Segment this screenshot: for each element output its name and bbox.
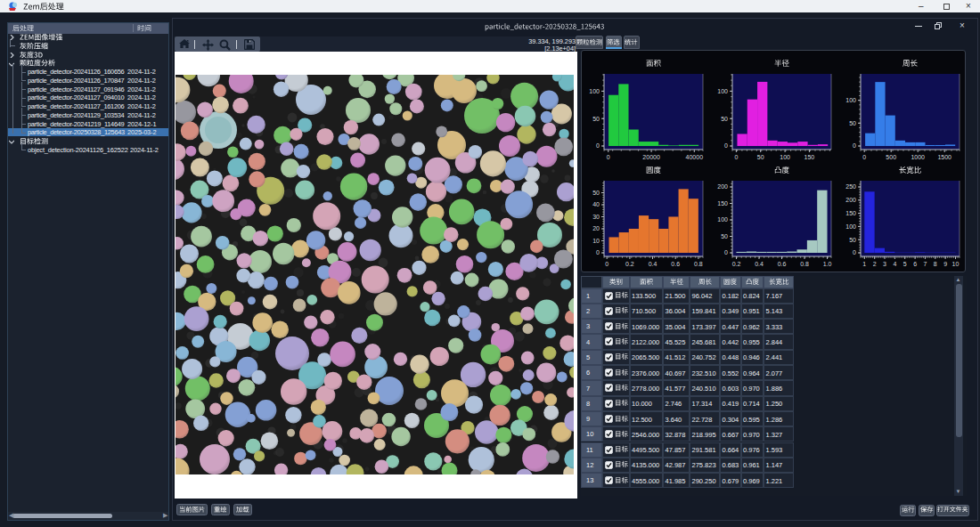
svg-text:250: 250 bbox=[845, 183, 856, 190]
svg-text:50: 50 bbox=[592, 116, 600, 122]
svg-text:30: 30 bbox=[592, 214, 600, 220]
svg-text:50: 50 bbox=[592, 190, 600, 196]
svg-text:0: 0 bbox=[724, 142, 728, 149]
svg-text:200: 200 bbox=[845, 197, 856, 203]
svg-text:50: 50 bbox=[849, 120, 856, 126]
svg-text:0.2: 0.2 bbox=[732, 261, 741, 267]
svg-text:0: 0 bbox=[605, 261, 608, 267]
svg-text:1.0: 1.0 bbox=[823, 261, 832, 267]
svg-text:100: 100 bbox=[717, 216, 728, 223]
svg-text:1500: 1500 bbox=[937, 154, 951, 160]
svg-text:8: 8 bbox=[934, 261, 937, 267]
svg-text:1: 1 bbox=[862, 261, 866, 267]
svg-text:20: 20 bbox=[592, 225, 600, 231]
svg-text:50: 50 bbox=[721, 233, 728, 239]
svg-text:0: 0 bbox=[596, 142, 600, 149]
svg-text:100: 100 bbox=[589, 88, 600, 94]
svg-text:3: 3 bbox=[883, 261, 886, 267]
svg-text:150: 150 bbox=[804, 154, 815, 160]
svg-text:4: 4 bbox=[893, 261, 896, 267]
svg-text:150: 150 bbox=[717, 200, 728, 207]
svg-text:40: 40 bbox=[592, 201, 600, 207]
svg-text:100: 100 bbox=[717, 88, 728, 94]
svg-text:5: 5 bbox=[903, 261, 907, 267]
svg-text:40000: 40000 bbox=[686, 154, 704, 160]
svg-text:50: 50 bbox=[721, 116, 728, 122]
svg-text:150: 150 bbox=[845, 210, 856, 216]
svg-text:6: 6 bbox=[913, 261, 917, 267]
svg-text:7: 7 bbox=[923, 261, 927, 267]
svg-text:10: 10 bbox=[952, 261, 960, 267]
svg-text:0.8: 0.8 bbox=[694, 261, 703, 267]
svg-text:0: 0 bbox=[862, 154, 866, 160]
svg-text:0.4: 0.4 bbox=[649, 261, 657, 267]
svg-text:0: 0 bbox=[853, 249, 856, 255]
svg-text:0: 0 bbox=[607, 154, 610, 160]
svg-text:100: 100 bbox=[845, 97, 856, 103]
svg-text:20000: 20000 bbox=[642, 154, 660, 160]
svg-text:50: 50 bbox=[757, 154, 764, 160]
svg-text:0.4: 0.4 bbox=[755, 261, 764, 267]
svg-text:1000: 1000 bbox=[911, 154, 925, 160]
svg-text:0: 0 bbox=[853, 142, 856, 149]
svg-text:0: 0 bbox=[734, 154, 738, 160]
svg-text:0.8: 0.8 bbox=[800, 261, 809, 267]
svg-text:200: 200 bbox=[717, 183, 728, 190]
svg-text:2: 2 bbox=[873, 261, 877, 267]
svg-text:0.2: 0.2 bbox=[625, 261, 634, 267]
svg-text:100: 100 bbox=[780, 154, 790, 160]
svg-text:500: 500 bbox=[886, 154, 896, 160]
svg-text:0.6: 0.6 bbox=[778, 261, 787, 267]
svg-text:50: 50 bbox=[849, 237, 856, 243]
svg-text:0.6: 0.6 bbox=[671, 261, 680, 267]
svg-text:10: 10 bbox=[592, 238, 600, 244]
svg-text:0: 0 bbox=[596, 249, 600, 255]
svg-text:9: 9 bbox=[943, 261, 947, 267]
svg-text:100: 100 bbox=[845, 223, 856, 230]
svg-text:0: 0 bbox=[724, 249, 728, 255]
